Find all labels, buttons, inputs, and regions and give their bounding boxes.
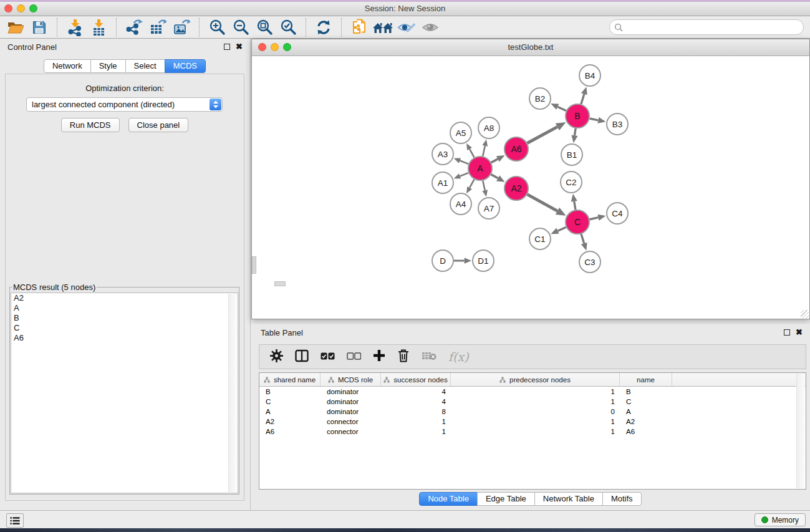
tab-motifs[interactable]: Motifs (602, 492, 642, 506)
run-mcds-button[interactable]: Run MCDS (61, 118, 120, 132)
table-cell[interactable]: A6 (620, 427, 672, 437)
optimization-criterion-select[interactable]: largest connected component (directed) (26, 97, 223, 112)
table-cell[interactable]: A2 (259, 417, 321, 427)
graph-edge-B-B1[interactable] (574, 128, 576, 135)
zoom-window-button[interactable] (29, 4, 37, 12)
table-cell[interactable]: A (259, 407, 321, 417)
network-minimize-button[interactable] (271, 43, 279, 51)
table-cell[interactable]: connector (321, 417, 381, 427)
save-button[interactable] (27, 17, 51, 37)
column-header-name[interactable]: name (620, 373, 672, 386)
delete-column-button[interactable] (397, 349, 410, 365)
tab-select[interactable]: Select (125, 59, 165, 73)
table-cell[interactable]: 0 (451, 407, 620, 417)
close-panel-icon[interactable]: ✖ (236, 43, 243, 50)
export-image-button[interactable] (170, 17, 193, 37)
network-canvas[interactable]: AA1A2A3A4A5A6A7A8BB1B2B3B4CC1C2C3C4DD1 (252, 56, 809, 319)
unselect-all-button[interactable] (347, 351, 361, 362)
graph-edge-C-C3[interactable] (581, 234, 584, 243)
table-cell[interactable]: C (620, 397, 672, 407)
graph-edge-A-A7[interactable] (483, 181, 485, 191)
copy-network-button[interactable] (347, 17, 371, 37)
close-panel-button[interactable]: Close panel (128, 118, 189, 132)
table-cell[interactable]: C (259, 397, 321, 407)
table-cell[interactable]: 1 (451, 387, 620, 397)
task-history-button[interactable] (6, 513, 24, 528)
table-row[interactable]: A2connector11A2 (259, 417, 806, 427)
graph-edge-A2-C[interactable] (528, 195, 558, 211)
resize-grip-icon[interactable] (801, 310, 809, 318)
tab-style[interactable]: Style (90, 59, 126, 73)
create-column-button[interactable] (373, 349, 385, 364)
mcds-result-list[interactable]: A2ABCA6 (11, 293, 238, 493)
table-cell[interactable]: dominator (321, 397, 381, 407)
graph-edge-B-B2[interactable] (557, 107, 566, 110)
close-window-button[interactable] (4, 4, 12, 12)
graph-edge-A-A5[interactable] (470, 149, 474, 158)
table-cell[interactable]: 1 (381, 417, 451, 427)
home-button[interactable] (371, 17, 395, 37)
zoom-out-button[interactable] (229, 17, 253, 37)
result-item[interactable]: A (11, 303, 238, 313)
function-builder-button[interactable]: f(x) (448, 350, 469, 364)
table-cell[interactable]: 4 (381, 397, 451, 407)
float-table-panel-icon[interactable] (784, 329, 790, 336)
result-scrollbar[interactable] (228, 294, 237, 492)
node-table[interactable]: shared nameMCDS rolesuccessor nodesprede… (259, 372, 806, 490)
table-cell[interactable]: 1 (451, 427, 620, 437)
table-cell[interactable]: A (620, 407, 672, 417)
open-button[interactable] (4, 17, 27, 37)
result-item[interactable]: C (11, 323, 238, 333)
tab-network-table[interactable]: Network Table (534, 492, 603, 506)
graph-edge-A-A1[interactable] (460, 173, 469, 176)
split-handle[interactable] (274, 281, 286, 286)
graph-edge-C-C1[interactable] (557, 227, 566, 231)
zoom-selected-button[interactable] (276, 17, 300, 37)
table-row[interactable]: Adominator80A (259, 407, 806, 417)
show-columns-button[interactable] (295, 349, 309, 365)
table-cell[interactable]: 1 (451, 417, 620, 427)
graph-edge-A-A2[interactable] (491, 175, 498, 178)
result-item[interactable]: A6 (11, 333, 238, 343)
column-header-mcds-role[interactable]: MCDS role (321, 373, 381, 386)
hide-annotations-button[interactable] (395, 17, 418, 37)
table-cell[interactable]: dominator (321, 387, 381, 397)
split-handle[interactable] (252, 256, 256, 274)
column-header-shared-name[interactable]: shared name (259, 373, 321, 386)
table-settings-button[interactable] (270, 349, 283, 365)
tab-mcds[interactable]: MCDS (165, 59, 206, 73)
graph-edge-C-C2[interactable] (574, 201, 576, 210)
minimize-window-button[interactable] (17, 4, 25, 12)
result-item[interactable]: A2 (11, 293, 238, 303)
table-cell[interactable]: 1 (451, 397, 620, 407)
network-close-button[interactable] (258, 43, 266, 51)
close-table-panel-icon[interactable]: ✖ (796, 329, 803, 336)
network-window-titlebar[interactable]: testGlobe.txt (252, 39, 809, 56)
column-header-predecessor-nodes[interactable]: predecessor nodes (451, 373, 620, 386)
search-input[interactable] (625, 22, 799, 32)
select-all-button[interactable] (321, 351, 335, 362)
import-table-button[interactable] (87, 17, 110, 37)
table-row[interactable]: Cdominator41C (259, 397, 806, 407)
table-row[interactable]: Bdominator41B (259, 387, 806, 397)
refresh-button[interactable] (312, 17, 335, 37)
export-table-button[interactable] (146, 17, 170, 37)
network-zoom-button[interactable] (283, 43, 291, 51)
graph-edge-A-A3[interactable] (460, 161, 469, 164)
table-cell[interactable]: A2 (620, 417, 672, 427)
graph-edge-A-A4[interactable] (470, 180, 474, 188)
column-header-successor-nodes[interactable]: successor nodes (381, 373, 451, 386)
table-scrollbar[interactable] (796, 374, 805, 488)
table-cell[interactable]: B (620, 387, 672, 397)
zoom-in-button[interactable] (205, 17, 229, 37)
export-network-button[interactable] (122, 17, 146, 37)
float-panel-icon[interactable] (224, 44, 230, 50)
graph-edge-B-B4[interactable] (581, 94, 584, 104)
result-item[interactable]: B (11, 313, 238, 323)
graph-edge-C-C4[interactable] (590, 218, 599, 220)
zoom-fit-button[interactable] (253, 17, 276, 37)
table-row[interactable]: A6connector11A6 (259, 427, 806, 437)
table-cell[interactable]: 4 (381, 387, 451, 397)
search-box[interactable] (609, 19, 804, 35)
import-network-button[interactable] (63, 17, 87, 37)
